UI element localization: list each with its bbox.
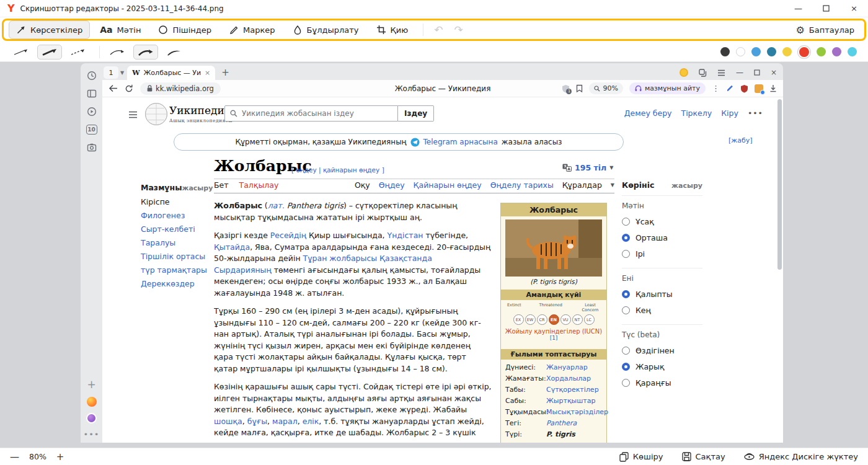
dashed-arrow-style-button[interactable]	[66, 45, 91, 60]
settings-button[interactable]: ⚙ Баптаулар	[791, 20, 860, 40]
protect-shield-icon[interactable]: 1	[562, 84, 570, 93]
play-icon[interactable]	[87, 107, 97, 117]
donate-link[interactable]: Демеу беру	[624, 108, 672, 118]
redo-icon[interactable]: ↷	[448, 24, 468, 36]
telegram-link[interactable]: Telegram арнасына	[423, 138, 498, 146]
color-swatch[interactable]	[817, 47, 826, 56]
zoom-in-button[interactable]: +	[56, 451, 64, 463]
bold-curved-arrow-style-button[interactable]	[133, 45, 158, 60]
title-edit-links[interactable]: [ өңдеу | қайнарын өңдеу ]	[291, 166, 384, 174]
scrollbar-thumb[interactable]	[777, 99, 782, 270]
toc-item[interactable]: Сырт-келбеті	[141, 225, 211, 234]
radio-option[interactable]: Ұсақ	[622, 217, 702, 226]
editor-extension-icon[interactable]	[726, 84, 734, 92]
screenshot-icon[interactable]	[87, 143, 97, 153]
new-tab-icon[interactable]: +	[221, 67, 229, 78]
tab-panels-icon[interactable]	[699, 69, 707, 77]
hamburger-icon[interactable]	[128, 111, 138, 118]
toc-hide-link[interactable]: жасыру	[182, 184, 213, 192]
toc-item[interactable]: Таралуы	[141, 239, 211, 247]
maximize-icon[interactable]	[812, 0, 840, 17]
toc-item[interactable]: Кіріспе	[141, 198, 211, 206]
sidebar-more-icon[interactable]: •••	[83, 430, 99, 439]
alice-icon[interactable]	[86, 413, 97, 423]
upload-disk-button[interactable]: Яндекс Дискіге жүктеу	[744, 452, 858, 461]
user-more-icon[interactable]: •••	[748, 108, 763, 118]
tab-count-badge[interactable]: 10	[86, 125, 97, 135]
tool-blur[interactable]: Бұлдырлату	[285, 20, 366, 39]
status-reference[interactable]: [1]	[550, 335, 558, 341]
wikipedia-logo[interactable]	[144, 102, 168, 126]
undo-icon[interactable]: ↶	[428, 24, 448, 36]
tool-shapes[interactable]: Пішіндер	[151, 20, 219, 39]
back-icon[interactable]	[108, 84, 118, 92]
panels-icon[interactable]	[87, 89, 97, 99]
download-icon[interactable]	[769, 84, 777, 92]
toc-item[interactable]: түр тармақтары	[141, 266, 211, 275]
tool-crop[interactable]: Қию	[369, 20, 416, 39]
tool-text[interactable]: Аа Мәтін	[92, 20, 148, 39]
thin-curved-arrow-style-button[interactable]	[105, 45, 130, 60]
wiki-search-button[interactable]: Іздеу	[398, 105, 434, 122]
read-aloud-button[interactable]: мазмұнын айту	[629, 82, 706, 94]
active-tab[interactable]: W Жолбарыс — Уикипеді ×	[127, 66, 215, 80]
url-field[interactable]: kk.wikipedia.org	[140, 82, 221, 95]
extension-icon[interactable]	[755, 84, 763, 93]
solid-curved-arrow-style-button[interactable]	[162, 45, 187, 60]
register-link[interactable]: Тіркелу	[681, 108, 712, 118]
tab-edit[interactable]: Өңдеу	[379, 180, 405, 190]
history-icon[interactable]	[87, 71, 97, 81]
close-icon[interactable]: ×	[840, 0, 868, 17]
tab-group-chevron-icon[interactable]: ▼	[120, 70, 124, 76]
tool-marker[interactable]: Маркер	[221, 20, 283, 39]
radio-option[interactable]: Қалыпты	[622, 290, 702, 299]
color-swatch-selected[interactable]	[798, 46, 810, 58]
color-swatch[interactable]	[751, 47, 761, 56]
editor-canvas[interactable]: 10 + ••• 1 ▼ W Жолбарыс — Уикипеді × +	[0, 62, 868, 448]
browser-menu-icon[interactable]	[717, 69, 725, 76]
radio-option[interactable]: Кең	[622, 306, 702, 315]
browser-minimize-icon[interactable]: —	[736, 68, 743, 77]
reload-icon[interactable]	[125, 84, 133, 93]
browser-close-icon[interactable]: ×	[771, 68, 777, 77]
tab-group-counter[interactable]: 1	[104, 66, 118, 79]
plus-subscription-icon[interactable]	[680, 68, 688, 77]
thin-arrow-style-button[interactable]	[9, 45, 33, 60]
wiki-search-input[interactable]: Уикипедия жобасынан іздеу	[224, 105, 398, 122]
banner-close-link[interactable]: [жабу]	[728, 136, 753, 144]
browser-zoom-control[interactable]: 90%	[589, 82, 622, 94]
kebab-menu-icon[interactable]: ⋮	[712, 84, 720, 93]
color-swatch[interactable]	[782, 47, 792, 56]
tab-page[interactable]: Бет	[214, 180, 229, 190]
bookmark-icon[interactable]	[576, 84, 583, 92]
toc-item[interactable]: Дереккөздер	[141, 280, 211, 288]
tab-read[interactable]: Оқу	[355, 180, 370, 190]
tool-arrows[interactable]: Көрсеткілер	[9, 20, 90, 39]
browser-restore-icon[interactable]	[754, 69, 760, 76]
color-swatch[interactable]	[767, 47, 776, 56]
languages-button[interactable]: A 195 тіл ▼	[562, 163, 613, 172]
radio-option[interactable]: Жарық	[622, 362, 702, 371]
games-icon[interactable]	[87, 397, 97, 407]
color-swatch[interactable]	[848, 47, 857, 56]
color-swatch[interactable]	[832, 47, 841, 56]
radio-option[interactable]: Ірі	[622, 249, 702, 259]
appearance-hide-link[interactable]: жасыру	[671, 182, 702, 190]
radio-option[interactable]: Өздігінен	[622, 346, 702, 355]
minimize-icon[interactable]: —	[784, 0, 812, 17]
toc-item[interactable]: Тіршілік ортасы	[141, 252, 211, 261]
toc-item[interactable]: Филогенез	[141, 211, 211, 220]
tab-edit-source[interactable]: Қайнарын өңдеу	[414, 180, 482, 190]
wikipedia-wordmark[interactable]: УикипедиЯ Ашық энциклопедиясы	[169, 104, 233, 123]
zoom-out-button[interactable]: —	[10, 451, 19, 463]
tab-talk[interactable]: Талқылау	[239, 180, 279, 190]
color-swatch[interactable]	[720, 47, 730, 56]
tab-close-icon[interactable]: ×	[205, 69, 210, 77]
save-button[interactable]: Сақтау	[682, 452, 725, 461]
add-panel-icon[interactable]: +	[87, 378, 95, 391]
radio-option[interactable]: Қараңғы	[622, 378, 702, 388]
bold-arrow-style-button[interactable]	[37, 45, 62, 60]
login-link[interactable]: Кіру	[721, 108, 738, 118]
radio-option[interactable]: Орташа	[622, 233, 702, 242]
adblock-extension-icon[interactable]	[740, 84, 748, 93]
